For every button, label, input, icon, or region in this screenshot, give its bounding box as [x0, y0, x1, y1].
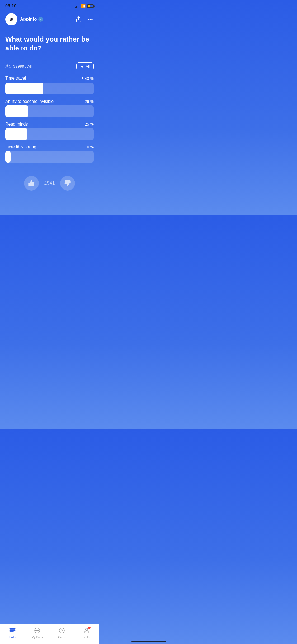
bar-fill-1	[5, 105, 28, 117]
filter-button[interactable]: All	[76, 62, 94, 70]
reactions: 2941	[5, 176, 94, 191]
bar-fill-0	[5, 83, 43, 94]
thumbs-down-button[interactable]	[60, 176, 75, 191]
verified-icon	[38, 17, 43, 22]
bar-track-2	[5, 128, 94, 140]
poll-option-2: Read minds 25 %	[5, 122, 94, 140]
thumbs-down-icon	[64, 180, 71, 187]
option-label-3: Incredibly strong	[5, 145, 36, 149]
thumbs-up-button[interactable]	[24, 176, 39, 191]
main-content: What would you rather be able to do? 329…	[0, 30, 99, 191]
status-time: 08:10	[5, 4, 16, 8]
brand-name: Appinio	[20, 17, 37, 22]
people-icon	[5, 64, 11, 68]
svg-point-4	[7, 64, 8, 66]
poll-options: Time travel 43 % Ability to become invis…	[5, 76, 94, 163]
svg-point-2	[90, 19, 91, 20]
avatar-letter: a	[10, 16, 13, 23]
signal-icon	[75, 4, 80, 8]
option-percent-3: 6 %	[87, 145, 94, 149]
option-percent-1: 26 %	[85, 99, 94, 104]
battery-icon	[87, 4, 94, 8]
poll-option-3: Incredibly strong 6 %	[5, 145, 94, 163]
svg-point-1	[88, 19, 89, 20]
option-label-1: Ability to become invisible	[5, 99, 54, 104]
header-right	[75, 16, 94, 23]
poll-option-1: Ability to become invisible 26 %	[5, 99, 94, 117]
wifi-icon: 📶	[81, 4, 86, 8]
header-left: a Appinio	[5, 13, 43, 25]
poll-question: What would you rather be able to do?	[5, 35, 94, 53]
brand-name-wrap: Appinio	[20, 17, 43, 22]
reaction-count: 2941	[44, 180, 55, 186]
bar-track-0	[5, 83, 94, 94]
poll-option-0: Time travel 43 %	[5, 76, 94, 94]
respondents-count: 32999 / All	[13, 64, 32, 68]
header: a Appinio	[0, 11, 99, 30]
option-label-2: Read minds	[5, 122, 28, 127]
stats-row: 32999 / All All	[5, 62, 94, 70]
bar-track-3	[5, 151, 94, 163]
svg-point-3	[92, 19, 92, 20]
option-label-0: Time travel	[5, 76, 26, 81]
thumbs-up-icon	[28, 180, 35, 187]
stats-left: 32999 / All	[5, 64, 32, 68]
svg-point-5	[9, 65, 10, 66]
status-icons: 📶	[75, 4, 94, 8]
option-percent-0: 43 %	[82, 76, 94, 81]
share-icon[interactable]	[75, 16, 82, 23]
bar-fill-3	[5, 151, 11, 163]
bar-track-1	[5, 105, 94, 117]
filter-icon	[80, 65, 84, 68]
bar-fill-2	[5, 128, 27, 140]
more-menu-icon[interactable]	[87, 16, 94, 23]
status-bar: 08:10 📶	[0, 0, 99, 11]
option-percent-2: 25 %	[85, 122, 94, 126]
avatar: a	[5, 13, 17, 25]
